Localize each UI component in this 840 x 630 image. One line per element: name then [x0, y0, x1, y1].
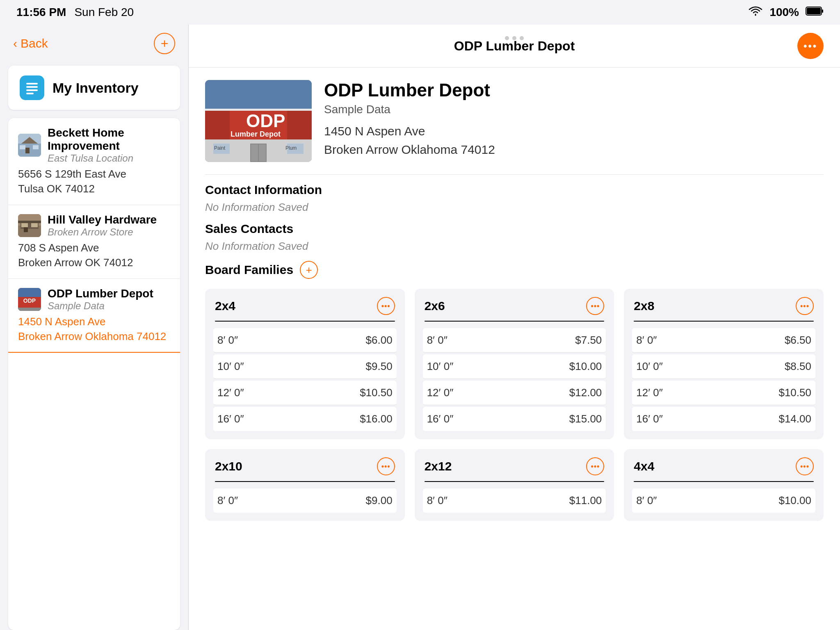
board-row[interactable]: 12′ 0″ $10.50: [213, 381, 397, 405]
store-subtitle-hillvalley: Broken Arrow Store: [48, 226, 157, 238]
right-header: ODP Lumber Depot •••: [189, 25, 840, 68]
store-item-header: ODP ODP Lumber Depot Sample Data: [18, 287, 170, 312]
store-item-odp[interactable]: ODP ODP Lumber Depot Sample Data 1450 N …: [8, 279, 180, 353]
sales-title: Sales Contacts: [205, 222, 824, 236]
svg-rect-1: [807, 8, 821, 14]
right-panel-title: ODP Lumber Depot: [411, 39, 618, 54]
store-address-odp: 1450 N Aspen Ave Broken Arrow Oklahoma 7…: [18, 314, 170, 344]
store-detail-name: ODP Lumber Depot: [324, 80, 495, 100]
back-button[interactable]: ‹ Back: [13, 37, 48, 50]
store-name-beckett: Beckett Home Improvement: [48, 126, 170, 153]
board-card-header-4x4: 4x4 •••: [634, 457, 814, 475]
battery-icon: [806, 6, 824, 19]
board-row[interactable]: 10′ 0″ $8.50: [632, 354, 815, 379]
svg-rect-11: [20, 145, 25, 149]
board-card-2x8: 2x8 ••• 8′ 0″ $6.50 10′ 0″ $8.50: [624, 289, 824, 439]
board-name-2x8: 2x8: [634, 299, 654, 313]
svg-rect-16: [24, 226, 28, 232]
board-more-button-2x8[interactable]: •••: [796, 297, 814, 315]
board-name-4x4: 4x4: [634, 459, 654, 473]
board-card-header-2x8: 2x8 •••: [634, 297, 814, 315]
drag-dot-2: [512, 36, 516, 40]
battery-percentage: 100%: [769, 6, 799, 19]
store-detail-header: ODP Lumber Depot: [205, 80, 824, 162]
store-detail-image: ODP Lumber Depot: [205, 80, 312, 162]
time: 11:56 PM: [16, 6, 66, 19]
board-more-button-2x10[interactable]: •••: [377, 457, 395, 475]
store-list: Beckett Home Improvement East Tulsa Loca…: [8, 118, 180, 630]
board-row[interactable]: 8′ 0″ $11.00: [423, 488, 606, 513]
svg-rect-33: [251, 144, 258, 161]
contact-info: No Information Saved: [205, 201, 824, 214]
board-more-button-2x6[interactable]: •••: [586, 297, 604, 315]
board-families-title: Board Families: [205, 263, 293, 277]
board-name-2x12: 2x12: [425, 459, 452, 473]
more-dots-icon: •••: [803, 40, 817, 52]
store-thumbnail-beckett: [18, 134, 41, 157]
contact-section: Contact Information No Information Saved: [205, 183, 824, 214]
board-divider-2x4: [215, 321, 395, 322]
board-name-2x4: 2x4: [215, 299, 235, 313]
board-row[interactable]: 8′ 0″ $7.50: [423, 328, 606, 353]
board-row[interactable]: 12′ 0″ $10.50: [632, 381, 815, 405]
right-panel: ODP Lumber Depot •••: [189, 25, 840, 630]
board-row[interactable]: 16′ 0″ $15.00: [423, 407, 606, 431]
svg-rect-2: [822, 9, 823, 13]
board-card-4x4: 4x4 ••• 8′ 0″ $10.00: [624, 449, 824, 521]
board-card-2x10: 2x10 ••• 8′ 0″ $9.00: [205, 449, 405, 521]
svg-rect-5: [26, 89, 38, 91]
board-divider-2x6: [425, 321, 605, 322]
board-card-2x4: 2x4 ••• 8′ 0″ $6.00 10′ 0″ $9.50: [205, 289, 405, 439]
svg-rect-19: [18, 221, 41, 223]
board-name-2x6: 2x6: [425, 299, 445, 313]
store-info-hillvalley: Hill Valley Hardware Broken Arrow Store: [48, 213, 157, 238]
board-row[interactable]: 8′ 0″ $6.50: [632, 328, 815, 353]
svg-text:Paint: Paint: [214, 145, 226, 151]
board-grid: 2x4 ••• 8′ 0″ $6.00 10′ 0″ $9.50: [205, 289, 824, 521]
board-row[interactable]: 8′ 0″ $10.00: [632, 488, 815, 513]
sales-section: Sales Contacts No Information Saved: [205, 222, 824, 253]
more-options-button[interactable]: •••: [797, 33, 824, 59]
store-detail-address: 1450 N Aspen Ave Broken Arrow Oklahoma 7…: [324, 122, 495, 159]
board-row[interactable]: 10′ 0″ $9.50: [213, 354, 397, 379]
drag-dot-1: [505, 36, 509, 40]
chevron-left-icon: ‹: [13, 37, 17, 50]
store-item-beckett[interactable]: Beckett Home Improvement East Tulsa Loca…: [8, 118, 180, 205]
svg-text:Lumber Depot: Lumber Depot: [231, 130, 281, 138]
sales-info: No Information Saved: [205, 240, 824, 253]
board-row[interactable]: 8′ 0″ $9.00: [213, 488, 397, 513]
svg-rect-6: [26, 93, 34, 94]
date: Sun Feb 20: [74, 6, 134, 19]
board-card-2x6: 2x6 ••• 8′ 0″ $7.50 10′ 0″ $10.00: [415, 289, 614, 439]
board-divider-4x4: [634, 481, 814, 482]
board-row[interactable]: 8′ 0″ $6.00: [213, 328, 397, 353]
add-board-family-button[interactable]: +: [300, 261, 318, 279]
board-families-header: Board Families +: [205, 261, 824, 279]
board-card-header-2x4: 2x4 •••: [215, 297, 395, 315]
svg-rect-34: [259, 144, 266, 161]
store-subtitle-beckett: East Tulsa Location: [48, 153, 170, 164]
my-inventory-title: My Inventory: [52, 80, 139, 96]
board-more-button-4x4[interactable]: •••: [796, 457, 814, 475]
header-right: •••: [617, 33, 824, 59]
my-inventory-card: My Inventory: [8, 66, 180, 110]
board-divider-2x12: [425, 481, 605, 482]
back-label: Back: [21, 37, 48, 50]
board-card-header-2x12: 2x12 •••: [425, 457, 605, 475]
board-row[interactable]: 12′ 0″ $12.00: [423, 381, 606, 405]
store-item-header: Hill Valley Hardware Broken Arrow Store: [18, 213, 170, 238]
board-row[interactable]: 10′ 0″ $10.00: [423, 354, 606, 379]
add-button[interactable]: +: [154, 33, 175, 54]
board-row[interactable]: 16′ 0″ $16.00: [213, 407, 397, 431]
store-info-odp: ODP Lumber Depot Sample Data: [48, 287, 153, 312]
status-bar-right: 100%: [748, 5, 824, 20]
board-more-button-2x12[interactable]: •••: [586, 457, 604, 475]
store-name-odp: ODP Lumber Depot: [48, 287, 153, 300]
svg-rect-30: [287, 111, 312, 139]
board-row[interactable]: 16′ 0″ $14.00: [632, 407, 815, 431]
odp-store-illustration: ODP Lumber Depot: [205, 80, 312, 162]
status-bar: 11:56 PM Sun Feb 20 100%: [0, 0, 840, 25]
board-more-button-2x4[interactable]: •••: [377, 297, 395, 315]
store-item-hillvalley[interactable]: Hill Valley Hardware Broken Arrow Store …: [8, 205, 180, 279]
left-panel: ‹ Back + My Inventory: [0, 25, 189, 630]
